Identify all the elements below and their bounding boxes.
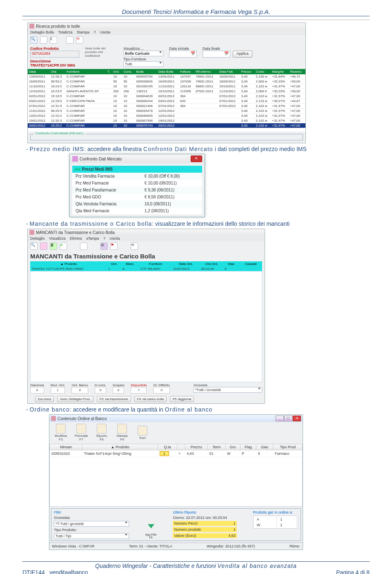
visualizza-label: Visualizza ... <box>123 47 163 51</box>
prezzi-medi-band: ims Prezzi Medi IMS <box>72 166 202 173</box>
print-icon[interactable] <box>80 243 87 250</box>
ricerca-toolbar: 🔍 Σ ⟲ <box>28 35 305 45</box>
ricerca-grid[interactable]: DataOraFornitoreT.Ord.Cons.BollaData Bol… <box>28 69 305 128</box>
menu-stampa[interactable]: Stampa <box>77 30 89 34</box>
confronto-table: Prz Vendita Farmacia€ 10,00 (Off € 8,00)… <box>72 173 202 214</box>
toolbar-esci[interactable]: Esci <box>134 426 151 440</box>
funnel-icon[interactable] <box>147 523 156 532</box>
close-button[interactable]: ✕ <box>191 156 202 162</box>
codice-input[interactable]: 027161064 <box>30 51 79 58</box>
footer-title: Quaderno Wingesfar - Caratteristiche e f… <box>22 561 370 569</box>
descrizione-label: Descrizione <box>30 59 79 63</box>
menu-item[interactable]: Dettaglio <box>30 236 45 240</box>
app-icon <box>72 156 78 162</box>
gia-table: A1W1 <box>253 516 298 529</box>
app-icon <box>29 230 34 235</box>
para-mancante: - Mancante da trasmissione o Carico boll… <box>31 220 365 227</box>
datainiziale-label: Data iniziale <box>169 47 197 51</box>
sum-icon[interactable]: Σ <box>50 36 57 44</box>
db-icon[interactable]: ⛁ <box>100 243 108 250</box>
ordine-window: Contenuto Ordine al Banco _▢✕ ModificaF3… <box>49 414 303 550</box>
mancanti-grid[interactable]: ▲ ProdottoOrd.Manc.FornitoreData Ord.Ora… <box>30 261 262 271</box>
filtri-legend: Filtri <box>54 510 129 514</box>
ricerca-menubar[interactable]: Dettaglio Bolla Totalizza Stampa ? Uscit… <box>28 29 305 35</box>
ordine-wintitle: Contenuto Ordine al Banco <box>58 416 107 421</box>
menu-item[interactable]: Uscita <box>110 236 120 240</box>
search-icon[interactable]: 🔍 <box>30 36 38 44</box>
confronto-dialog: Confronto Dati Mercato ✕ ims Prezzi Medi… <box>69 154 205 217</box>
ordine-grid[interactable]: Minsan▲ ProdottoQ.taPrezzoTermGroFlagGia… <box>49 444 303 457</box>
close-button[interactable]: ✕ <box>293 416 301 421</box>
exit-icon[interactable]: ⟲ <box>131 243 138 250</box>
status-term: Term: 01 - Utente: TITOLA <box>129 544 172 548</box>
f3-button[interactable]: F3: da trasmissione <box>97 396 131 402</box>
menu-uscita[interactable]: Uscita <box>100 30 110 34</box>
ordine-toolbar: ModificaF3PrenotatiF7RiportoF8StampaF9Es… <box>49 422 303 443</box>
toolbar-riporto[interactable]: RiportoF8 <box>93 424 111 441</box>
minimize-button[interactable]: _ <box>276 416 284 421</box>
menu-item[interactable]: ? <box>103 236 105 240</box>
mancanti-window: MANCANTI da Trasmissione e Carico Bolla … <box>27 229 265 404</box>
grossista-label: Grossista: <box>54 516 129 520</box>
footer-page: Pagina 4 di 8 <box>336 569 370 574</box>
status-ver: Wingesfar: 2012.01b (flx 657) <box>207 544 255 548</box>
ricerca-window: Ricerca prodotto in bolle Dettaglio Boll… <box>27 22 306 143</box>
footer-docid: DTIF144_ venditaalbanco <box>22 569 88 574</box>
visualizza-select[interactable]: Bolle Caricate <box>123 51 163 56</box>
tipofornitore-label: Tipo Fornitore <box>123 57 163 61</box>
menu-dettaglio[interactable]: Dettaglio Bolla <box>30 30 54 34</box>
menu-help[interactable]: ? <box>94 30 96 34</box>
mancanti-fkeys: Esc:esce Invio: Dettaglio Prod. F3: da t… <box>28 395 265 403</box>
refresh-icon[interactable] <box>40 36 47 44</box>
tipo-select[interactable]: Tutti i Tipi <box>54 533 129 539</box>
valore-euro-row: Valore (Euro):4,63 <box>173 533 236 538</box>
mancanti-heading: MANCANTI da Trasmissione e Carico Bolla <box>28 251 265 261</box>
f5-button[interactable]: F5: Aggiorna <box>170 396 194 402</box>
exit-icon[interactable]: ⟲ <box>76 36 83 44</box>
mancanti-body <box>30 271 262 382</box>
grossista-select[interactable]: *Tutti i Grossisti <box>194 387 262 393</box>
maximize-button[interactable]: ▢ <box>284 416 292 421</box>
menu-totalizza[interactable]: Totalizza <box>58 30 72 34</box>
mancanti-status: Giacenza6Mod. Ord.1Ord. Banco0In cons.0S… <box>28 382 265 395</box>
flag-icon[interactable]: ⚑ <box>110 243 118 250</box>
app-icon <box>29 24 34 29</box>
confronto-costi-box: Confronto Costi Attuali (IVA escl.) <box>30 134 303 140</box>
confronto-title: Confronto Dati Mercato <box>80 157 122 161</box>
applica-button[interactable]: Applica <box>233 51 252 58</box>
note-text: Vede bolle del prodotto che sostituisce <box>85 47 118 58</box>
invio-button[interactable]: Invio: Dettaglio Prod. <box>57 396 93 402</box>
menu-item[interactable]: sTampa <box>86 236 99 240</box>
print-icon[interactable] <box>66 36 74 44</box>
toolbar-modifica[interactable]: ModificaF3 <box>52 424 70 441</box>
mancanti-menubar[interactable]: Dettaglio Visualizza Elimina sTampa ? Us… <box>28 236 265 241</box>
ultimo-legend: Ultimo Riporto <box>173 510 236 514</box>
datafinale-label: Data finale <box>203 47 252 51</box>
appfiltri-label: App.Filtri F6 <box>145 533 157 539</box>
tipofornitore-select[interactable]: Tutti <box>123 61 163 67</box>
para-ordine-banco: - Ordine banco: accedere e modificare la… <box>31 406 365 413</box>
tipo-label: Tipo Prodotto: <box>54 528 129 532</box>
book-icon[interactable] <box>40 243 47 250</box>
header-rule <box>22 20 370 20</box>
toolbar-prenotati[interactable]: PrenotatiF7 <box>72 424 90 441</box>
toolbar-stampa[interactable]: StampaF9 <box>113 424 131 441</box>
esc-button[interactable]: Esc:esce <box>35 396 54 402</box>
grossista-label: Grossista <box>194 383 207 387</box>
menu-item[interactable]: Visualizza <box>49 236 65 240</box>
status-os: Windows Vista - C:\WFAR <box>52 544 94 548</box>
mancanti-wintitle: MANCANTI da Trasmissione e Carico Bolla <box>36 230 115 235</box>
check-icon[interactable]: ✔ <box>60 243 67 250</box>
confronto-costi-legend: Confronto Costi Attuali (IVA escl.) <box>34 131 85 135</box>
datainiziale-input[interactable]: 📅 <box>169 51 197 58</box>
trash-icon[interactable]: 🗑 <box>50 243 57 250</box>
window-controls[interactable]: _▢✕ <box>276 416 301 421</box>
grossista-select[interactable]: *T-Tutti i grossisti <box>54 521 129 527</box>
codice-label: Codice Prodotto <box>30 47 79 51</box>
numero-pezzi-row: Numero Pezzi:1 <box>173 521 236 526</box>
f4-button[interactable]: F4: da carico bolla <box>134 396 167 402</box>
menu-item[interactable]: Elimina <box>70 236 82 240</box>
datafinale-input[interactable]: 📅 <box>203 51 230 58</box>
footer-meta: DTIF144_ venditaalbanco Pagina 4 di 8 <box>22 569 370 574</box>
search-icon[interactable]: 🔍 <box>30 243 38 250</box>
